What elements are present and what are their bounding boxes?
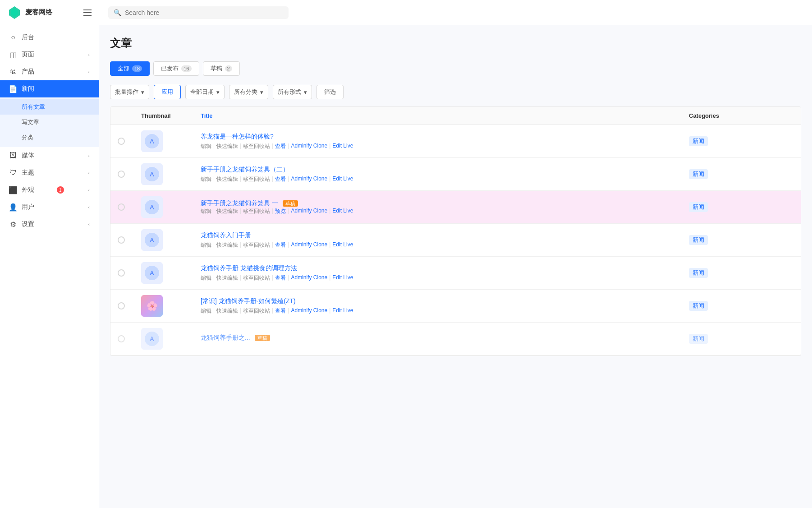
sidebar-item-theme[interactable]: 🛡 主题 ‹: [0, 164, 99, 181]
users-icon: 👤: [9, 203, 17, 211]
dashboard-icon: ○: [9, 33, 17, 42]
preview-link[interactable]: 预览: [275, 208, 286, 215]
quick-edit-link[interactable]: 快速编辑: [216, 208, 238, 215]
sidebar-item-settings[interactable]: ⚙ 设置 ‹: [0, 216, 99, 233]
clone-link[interactable]: Adminify Clone: [291, 208, 328, 215]
edit-live-link[interactable]: Edit Live: [332, 208, 353, 215]
sidebar-item-label: 外观: [22, 186, 34, 194]
view-link[interactable]: 查看: [275, 307, 286, 315]
post-title-link[interactable]: 龙猫饲养手册 龙猫挑食的调理方法: [201, 264, 684, 272]
chevron-icon: ‹: [88, 204, 90, 210]
edit-link[interactable]: 编辑: [201, 175, 211, 183]
clone-link[interactable]: Adminify Clone: [291, 175, 328, 183]
quick-edit-link[interactable]: 快速编辑: [216, 143, 238, 150]
row-radio[interactable]: [118, 171, 125, 178]
post-title-link[interactable]: [常识] 龙猫饲养手册-如何繁殖(ZT): [201, 297, 684, 305]
sidebar-item-products[interactable]: 🛍 产品 ‹: [0, 63, 99, 80]
chevron-icon: ‹: [88, 52, 90, 57]
thumb-placeholder-icon: A: [145, 200, 159, 214]
sidebar-item-label: 用户: [22, 203, 34, 211]
view-link[interactable]: 查看: [275, 274, 286, 282]
news-icon: 📄: [9, 85, 17, 93]
bulk-action-select[interactable]: 批量操作 ▾: [110, 85, 149, 99]
row-radio[interactable]: [118, 335, 125, 342]
post-title-link[interactable]: 养龙猫是一种怎样的体验?: [201, 133, 684, 141]
topbar: 🔍: [99, 0, 812, 25]
sidebar-item-dashboard[interactable]: ○ 后台: [0, 29, 99, 46]
clone-link[interactable]: Adminify Clone: [291, 241, 328, 249]
date-filter-select[interactable]: 全部日期 ▾: [185, 85, 225, 99]
row-thumbnail: A: [141, 262, 163, 284]
subnav-item-write[interactable]: 写文章: [0, 115, 99, 130]
quick-edit-link[interactable]: 快速编辑: [216, 241, 238, 249]
tab-draft[interactable]: 草稿 2: [203, 61, 240, 76]
row-radio[interactable]: [118, 269, 125, 277]
post-title-link[interactable]: 龙猫饲养手册之... 草稿: [201, 334, 684, 342]
tab-all[interactable]: 全部 18: [110, 61, 150, 76]
post-title-link[interactable]: 新手手册之龙猫饲养笼具 一 草稿: [201, 199, 298, 207]
edit-live-link[interactable]: Edit Live: [332, 274, 353, 282]
row-category: 新闻: [689, 268, 761, 278]
edit-link[interactable]: 编辑: [201, 208, 211, 215]
edit-link[interactable]: 编辑: [201, 143, 211, 150]
row-thumbnail: A: [141, 130, 163, 152]
subnav-item-all-articles[interactable]: 所有文章: [0, 99, 99, 115]
tab-published[interactable]: 已发布 16: [153, 61, 199, 76]
hamburger-button[interactable]: [83, 9, 92, 16]
edit-live-link[interactable]: Edit Live: [332, 143, 353, 150]
row-radio[interactable]: [118, 302, 125, 309]
search-icon: 🔍: [114, 9, 121, 16]
edit-link[interactable]: 编辑: [201, 274, 211, 282]
view-link[interactable]: 查看: [275, 175, 286, 183]
post-actions: 编辑| 快速编辑| 移至回收站| 预览| Adminify Clone| Edi…: [201, 208, 684, 215]
category-filter-select[interactable]: 所有分类 ▾: [229, 85, 268, 99]
header-title: Title: [201, 112, 684, 119]
row-radio[interactable]: [118, 138, 125, 145]
row-thumbnail: A: [141, 229, 163, 251]
trash-link[interactable]: 移至回收站: [243, 241, 270, 249]
edit-live-link[interactable]: Edit Live: [332, 175, 353, 183]
trash-link[interactable]: 移至回收站: [243, 143, 270, 150]
trash-link[interactable]: 移至回收站: [243, 307, 270, 315]
row-radio[interactable]: [118, 236, 125, 244]
post-title-link[interactable]: 新手手册之龙猫饲养笼具（二）: [201, 166, 684, 174]
trash-link[interactable]: 移至回收站: [243, 175, 270, 183]
sidebar-item-appearance[interactable]: ⬛ 外观 1 ‹: [0, 181, 99, 199]
media-icon: 🖼: [9, 152, 17, 160]
subnav: 所有文章 写文章 分类: [0, 97, 99, 147]
view-link[interactable]: 查看: [275, 143, 286, 150]
quick-edit-link[interactable]: 快速编辑: [216, 274, 238, 282]
quick-edit-link[interactable]: 快速编辑: [216, 307, 238, 315]
filter-button[interactable]: 筛选: [317, 85, 344, 99]
subnav-item-categories[interactable]: 分类: [0, 130, 99, 145]
table-row: A 养龙猫是一种怎样的体验? 编辑| 快速编辑| 移至回收站| 查看| Admi…: [110, 125, 801, 158]
view-link[interactable]: 查看: [275, 241, 286, 249]
sidebar-item-pages[interactable]: ◫ 页面 ‹: [0, 46, 99, 63]
row-radio[interactable]: [118, 203, 125, 211]
sidebar-item-news[interactable]: 📄 新闻: [0, 80, 99, 97]
thumb-placeholder-icon: A: [145, 134, 159, 148]
trash-link[interactable]: 移至回收站: [243, 208, 270, 215]
header-categories: Categories: [689, 112, 761, 119]
post-title-link[interactable]: 龙猫饲养入门手册: [201, 231, 684, 240]
edit-live-link[interactable]: Edit Live: [332, 307, 353, 315]
sidebar-item-media[interactable]: 🖼 媒体 ‹: [0, 147, 99, 164]
search-input[interactable]: [125, 9, 283, 16]
sidebar-item-label: 媒体: [22, 152, 34, 160]
edit-live-link[interactable]: Edit Live: [332, 241, 353, 249]
clone-link[interactable]: Adminify Clone: [291, 274, 328, 282]
trash-link[interactable]: 移至回收站: [243, 274, 270, 282]
logo-icon: [7, 5, 22, 20]
row-content: 龙猫饲养手册之... 草稿: [201, 334, 684, 344]
table-row: A 新手手册之龙猫饲养笼具（二） 编辑| 快速编辑| 移至回收站| 查看| Ad…: [110, 158, 801, 191]
quick-edit-link[interactable]: 快速编辑: [216, 175, 238, 183]
clone-link[interactable]: Adminify Clone: [291, 307, 328, 315]
search-box[interactable]: 🔍: [108, 6, 289, 19]
format-filter-select[interactable]: 所有形式 ▾: [273, 85, 312, 99]
apply-button[interactable]: 应用: [154, 85, 181, 99]
sidebar-item-users[interactable]: 👤 用户 ‹: [0, 199, 99, 216]
clone-link[interactable]: Adminify Clone: [291, 143, 328, 150]
chevron-icon: ‹: [88, 69, 90, 74]
edit-link[interactable]: 编辑: [201, 307, 211, 315]
edit-link[interactable]: 编辑: [201, 241, 211, 249]
